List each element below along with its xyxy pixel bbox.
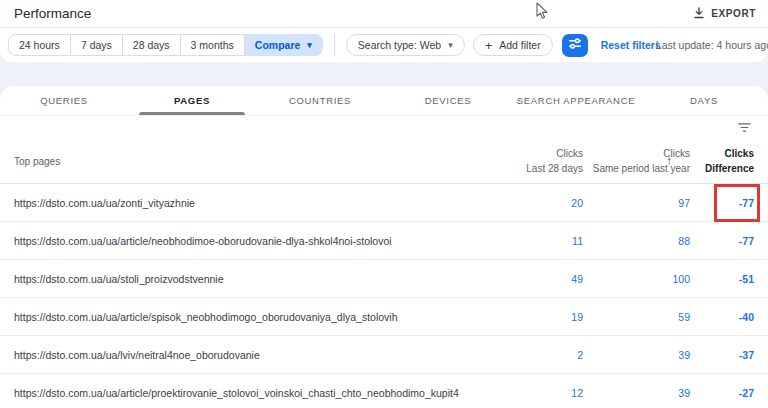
sort-ascending-icon: ↑ xyxy=(666,153,672,170)
clicks-difference-column-header[interactable]: ↑ Clicks Difference xyxy=(690,147,754,176)
chevron-down-icon: ▾ xyxy=(307,41,312,50)
page-url-link[interactable]: https://dsto.com.ua/ua/lviv/neitral4noe_… xyxy=(14,349,473,361)
clicks-last-cell: 20 xyxy=(473,197,583,209)
clicks-prev-cell: 97 xyxy=(583,197,690,209)
date-range-segmented-control: 24 hours 7 days 28 days 3 months Compare… xyxy=(8,34,323,56)
tab-search-appearance[interactable]: SEARCH APPEARANCE xyxy=(512,86,640,115)
plus-icon: + xyxy=(485,38,493,53)
date-range-3-months[interactable]: 3 months xyxy=(181,34,245,56)
clicks-prev-cell: 88 xyxy=(583,235,690,247)
table-row[interactable]: https://dsto.com.ua/ua/article/spisok_ne… xyxy=(0,298,768,336)
date-range-28-days[interactable]: 28 days xyxy=(123,34,181,56)
tab-countries[interactable]: COUNTRIES xyxy=(256,86,384,115)
filter-bar-divider xyxy=(334,34,335,56)
tune-filter-icon xyxy=(568,36,582,54)
clicks-difference-cell: -51 xyxy=(690,273,754,285)
clicks-last-28-days-column-header[interactable]: Clicks Last 28 days xyxy=(473,147,583,176)
page-url-link[interactable]: https://dsto.com.ua/ua/article/proektiro… xyxy=(14,387,473,399)
page-url-link[interactable]: https://dsto.com.ua/ua/zonti_vityazhnie xyxy=(14,197,473,209)
page-title: Performance xyxy=(14,6,91,21)
search-type-label: Search type: Web xyxy=(358,39,441,51)
tab-devices[interactable]: DEVICES xyxy=(384,86,512,115)
page-url-link[interactable]: https://dsto.com.ua/ua/article/spisok_ne… xyxy=(14,311,473,323)
add-filter-button[interactable]: + Add filter xyxy=(473,34,553,56)
export-button-label: EXPORT xyxy=(711,8,756,19)
clicks-last-cell: 11 xyxy=(473,235,583,247)
clicks-prev-cell: 39 xyxy=(583,387,690,399)
compare-dropdown[interactable]: Compare ▾ xyxy=(245,34,323,56)
clicks-difference-cell: -37 xyxy=(690,349,754,361)
table-toolbar xyxy=(0,116,768,140)
clicks-last-cell: 49 xyxy=(473,273,583,285)
clicks-difference-cell: -77 xyxy=(690,197,754,209)
add-filter-label: Add filter xyxy=(499,39,540,51)
date-range-24-hours[interactable]: 24 hours xyxy=(8,34,71,56)
export-button[interactable]: EXPORT xyxy=(689,0,760,27)
top-pages-column-header: Top pages xyxy=(14,156,473,167)
clicks-last-cell: 19 xyxy=(473,311,583,323)
filter-tune-button[interactable] xyxy=(562,34,588,57)
clicks-prev-cell: 100 xyxy=(583,273,690,285)
chevron-down-icon: ▾ xyxy=(448,41,453,50)
compare-dropdown-label: Compare xyxy=(255,39,301,51)
table-row[interactable]: https://dsto.com.ua/ua/article/proektiro… xyxy=(0,374,768,408)
dimension-tabs: QUERIES PAGES COUNTRIES DEVICES SEARCH A… xyxy=(0,86,768,116)
table-row[interactable]: https://dsto.com.ua/ua/article/neobhodim… xyxy=(0,222,768,260)
download-icon xyxy=(693,7,705,21)
clicks-last-cell: 12 xyxy=(473,387,583,399)
clicks-difference-cell: -27 xyxy=(690,387,754,399)
page-url-link[interactable]: https://dsto.com.ua/ua/article/neobhodim… xyxy=(14,235,473,247)
clicks-difference-cell: -40 xyxy=(690,311,754,323)
tab-days[interactable]: DAYS xyxy=(640,86,768,115)
tab-pages[interactable]: PAGES xyxy=(128,86,256,115)
date-range-7-days[interactable]: 7 days xyxy=(71,34,123,56)
page-url-link[interactable]: https://dsto.com.ua/ua/stoli_proizvodstv… xyxy=(14,273,473,285)
clicks-prev-cell: 39 xyxy=(583,349,690,361)
filter-list-icon[interactable] xyxy=(738,119,751,137)
clicks-difference-cell: -77 xyxy=(690,235,754,247)
search-type-dropdown[interactable]: Search type: Web ▾ xyxy=(346,34,465,56)
last-update-text: Last update: 4 hours ago xyxy=(656,28,768,62)
table-row[interactable]: https://dsto.com.ua/ua/zonti_vityazhnie … xyxy=(0,184,768,222)
tab-queries[interactable]: QUERIES xyxy=(0,86,128,115)
table-row[interactable]: https://dsto.com.ua/ua/stoli_proizvodstv… xyxy=(0,260,768,298)
reset-filters-link[interactable]: Reset filters xyxy=(601,39,661,51)
clicks-same-period-column-header[interactable]: Clicks Same period last year xyxy=(583,147,690,176)
table-row[interactable]: https://dsto.com.ua/ua/lviv/neitral4noe_… xyxy=(0,336,768,374)
clicks-prev-cell: 59 xyxy=(583,311,690,323)
filter-bar: 24 hours 7 days 28 days 3 months Compare… xyxy=(0,28,768,62)
table-header-row: Top pages Clicks Last 28 days Clicks Sam… xyxy=(0,140,768,184)
clicks-last-cell: 2 xyxy=(473,349,583,361)
top-title-bar: Performance EXPORT xyxy=(0,0,768,28)
performance-report-card: QUERIES PAGES COUNTRIES DEVICES SEARCH A… xyxy=(0,86,768,408)
